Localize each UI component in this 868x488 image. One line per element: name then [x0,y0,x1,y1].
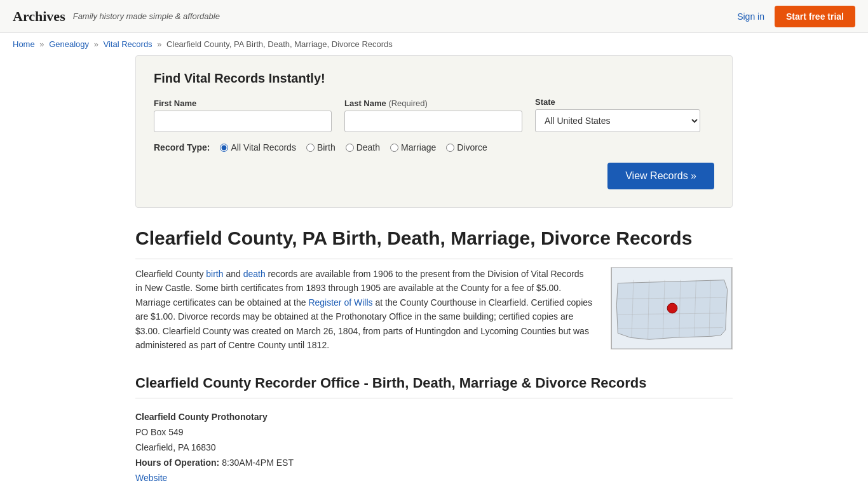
last-name-label: Last Name (Required) [344,98,522,108]
breadcrumb-current: Clearfield County, PA Birth, Death, Marr… [166,39,393,49]
search-heading: Find Vital Records Instantly! [154,71,714,86]
sign-in-link[interactable]: Sign in [737,11,764,22]
website-link[interactable]: Website [135,473,167,483]
record-type-options: All Vital Records Birth Death Marriage D… [220,142,487,152]
radio-all-vital[interactable] [220,144,228,152]
website-row: Website [135,471,733,486]
record-type-marriage[interactable]: Marriage [390,142,436,152]
last-name-field: Last Name (Required) [344,98,522,132]
record-type-row: Record Type: All Vital Records Birth Dea… [154,142,714,152]
site-tagline: Family history made simple & affordable [73,11,220,21]
first-name-input[interactable] [154,111,332,132]
breadcrumb-sep-1: » [39,39,44,49]
record-type-label: Record Type: [154,142,210,152]
logo-archives-text: Archives [13,8,65,24]
start-trial-button[interactable]: Start free trial [775,6,855,27]
content-area: Clearfield County birth and death record… [135,267,733,352]
record-type-all-vital[interactable]: All Vital Records [220,142,295,152]
hours-value: 8:30AM-4PM EST [222,458,294,468]
map-container [611,267,733,352]
radio-divorce[interactable] [446,144,454,152]
record-type-divorce[interactable]: Divorce [446,142,487,152]
hours-of-operation: Hours of Operation: 8:30AM-4PM EST [135,456,733,471]
record-type-birth[interactable]: Birth [306,142,336,152]
address-line1: PO Box 549 [135,425,733,440]
radio-birth[interactable] [306,144,315,152]
breadcrumb-vital-records[interactable]: Vital Records [104,39,153,49]
view-records-button[interactable]: View Records » [607,163,714,189]
site-header: Archives Family history made simple & af… [0,0,868,33]
pennsylvania-map [611,267,733,349]
content-text: Clearfield County birth and death record… [135,267,593,352]
breadcrumb-sep-2: » [94,39,98,49]
breadcrumb: Home » Genealogy » Vital Records » Clear… [0,33,868,55]
intro-paragraph: Clearfield County birth and death record… [135,267,593,352]
state-label: State [535,97,700,107]
state-select[interactable]: All United States Pennsylvania New York … [535,109,700,132]
record-type-death[interactable]: Death [346,142,380,152]
office-name: Clearfield County Prothonotary [135,410,733,425]
radio-death[interactable] [346,144,354,152]
register-of-wills-link[interactable]: Register of Wills [308,297,372,308]
death-link[interactable]: death [243,269,266,279]
form-footer: View Records » [154,152,714,189]
state-field: State All United States Pennsylvania New… [535,97,700,132]
breadcrumb-sep-3: » [157,39,161,49]
header-left: Archives Family history made simple & af… [13,8,220,25]
breadcrumb-home[interactable]: Home [13,39,35,49]
form-row-names: First Name Last Name (Required) State Al… [154,97,714,132]
recorder-section-heading: Clearfield County Recorder Office - Birt… [135,375,733,398]
breadcrumb-genealogy[interactable]: Genealogy [49,39,89,49]
svg-point-10 [667,303,677,313]
radio-marriage[interactable] [390,144,398,152]
header-right: Sign in Start free trial [737,6,855,27]
birth-link[interactable]: birth [206,269,223,279]
search-box: Find Vital Records Instantly! First Name… [135,55,733,208]
first-name-field: First Name [154,98,332,132]
page-title: Clearfield County, PA Birth, Death, Marr… [135,227,733,259]
address-line2: Clearfield, PA 16830 [135,440,733,456]
office-info: Clearfield County Prothonotary PO Box 54… [135,410,733,485]
hours-label: Hours of Operation: [135,458,219,468]
site-logo: Archives [13,8,65,25]
main-content: Find Vital Records Instantly! First Name… [123,55,745,488]
last-name-input[interactable] [344,111,522,132]
first-name-label: First Name [154,98,332,108]
